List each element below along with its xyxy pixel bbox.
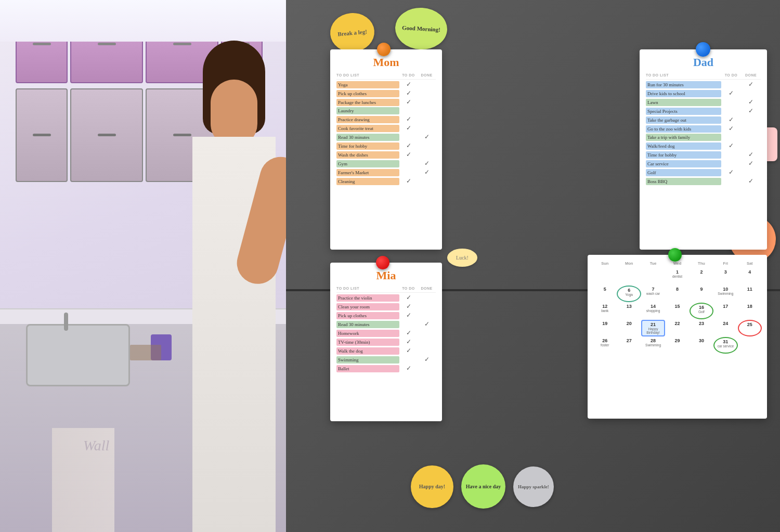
calendar-header-cell: Fri <box>713 260 737 267</box>
calendar-event: wash car <box>642 292 665 295</box>
mom-header-list: TO DO LIST <box>336 73 399 77</box>
mia-tasks-list: Practice the violin✓Clean your room✓Pick… <box>336 294 436 372</box>
task-label: Gym <box>336 160 399 167</box>
calendar-day-number: 7 <box>642 287 665 292</box>
calendar-day-cell: 29 <box>665 337 689 354</box>
task-label: Lawn <box>646 99 721 106</box>
calendar-day-cell: 6Yoga <box>617 286 641 302</box>
sticky-nice-day: Have a nice day <box>461 464 505 509</box>
task-row: Read 30 minutes✓ <box>336 133 436 141</box>
calendar-day-cell <box>641 268 665 285</box>
calendar-day-cell: 28Swimming <box>641 337 665 354</box>
task-label: Read 30 minutes <box>336 134 399 141</box>
calendar-day-cell: 4 <box>738 268 762 285</box>
magnet-orange-mom <box>377 43 391 56</box>
cabinet <box>70 88 143 182</box>
task-todo-check: ✓ <box>721 89 741 97</box>
calendar-day-number: 6 <box>618 288 639 293</box>
task-label: Pick up clothes <box>336 90 399 97</box>
task-row: Yoga✓ <box>336 81 436 88</box>
calendar-day-cell: 27 <box>617 337 641 354</box>
mom-header-done: DONE <box>418 73 436 77</box>
task-row: Cleaning✓ <box>336 177 436 185</box>
task-done-check: ✓ <box>741 98 761 106</box>
cabinet <box>16 88 68 182</box>
task-row: Ballet✓ <box>336 365 436 372</box>
calendar-day-cell: 18 <box>738 303 762 319</box>
task-todo-check: ✓ <box>399 347 418 355</box>
calendar-day-cell <box>593 268 617 285</box>
task-label: Time for hobby <box>646 151 721 159</box>
sticky-happy-sparkle: Happy sparkle! <box>513 466 554 507</box>
task-row: Special Projects✓ <box>646 107 761 115</box>
calendar-day-cell: 12bank <box>593 303 617 319</box>
bottom-stickies: Happy day! Have a nice day Happy sparkle… <box>411 464 554 509</box>
task-label: Homework <box>336 330 399 337</box>
task-label: Take the garbage out <box>646 116 721 124</box>
sink <box>26 324 130 386</box>
task-label: Clean your room <box>336 303 399 310</box>
person-figure <box>192 38 276 532</box>
mia-todo-card: Mia TO DO LIST TO DO DONE Practice the v… <box>330 263 442 421</box>
task-row: Laundry <box>336 107 436 114</box>
dad-card-title: Dad <box>646 56 761 69</box>
calendar-week-row: 56Yoga7wash car8910Swimming11 <box>593 286 762 302</box>
calendar-week-row: 12bank1314shopping1516Golf1718 <box>593 303 762 319</box>
task-row: Swimming✓ <box>336 356 436 364</box>
calendar-event: Swimming <box>642 343 665 347</box>
calendar-day-cell: 8 <box>665 286 689 302</box>
calendar-day-number: 25 <box>739 322 760 327</box>
task-row: Practice drawing✓ <box>336 115 436 123</box>
mom-todo-card: Mom TO DO LIST TO DO DONE Yoga✓Pick up c… <box>330 49 442 250</box>
task-done-check: ✓ <box>741 160 761 167</box>
calendar-day-cell <box>738 337 762 354</box>
calendar-day-number: 26 <box>593 338 616 343</box>
calendar-day-cell: 26foster <box>593 337 617 354</box>
task-row: Car service✓ <box>646 160 761 167</box>
task-row: Practice the violin✓ <box>336 294 436 302</box>
calendar-day-number: 31 <box>715 339 736 344</box>
calendar-day-cell: 30 <box>690 337 713 354</box>
calendar-day-cell: 13 <box>617 303 641 319</box>
calendar-day-number: 4 <box>738 269 761 275</box>
task-todo-check: ✓ <box>399 303 418 310</box>
cabinet-handle <box>173 43 191 45</box>
task-label: Swimming <box>336 356 399 364</box>
calendar-day-number: 28 <box>642 338 665 343</box>
refrigerator-body: Break a leg! Good Morning! ☺ Good Luck! … <box>286 0 780 532</box>
task-row: Time for hobby✓ <box>336 142 436 150</box>
calendar-header-cell: Thu <box>690 260 713 267</box>
task-label: Take a trip with family <box>646 134 721 141</box>
mom-header-todo: TO DO <box>399 73 418 77</box>
calendar-day-number: 20 <box>617 321 640 326</box>
task-label: Go to the zoo with kids <box>646 125 721 133</box>
task-label: Pick up clothes <box>336 312 399 319</box>
calendar-day-number: 16 <box>691 305 712 310</box>
task-label: Drive kids to school <box>646 90 721 97</box>
calendar-day-number: 18 <box>738 304 761 309</box>
cabinet-handle <box>98 134 116 136</box>
calendar-week-row: 26foster2728Swimming293031car service <box>593 337 762 354</box>
calendar-day-cell: 22 <box>665 320 689 336</box>
calendar-day-cell: 23 <box>690 320 713 336</box>
calendar-day-cell: 5 <box>593 286 617 302</box>
task-label: Time for hobby <box>336 142 399 150</box>
calendar-day-cell: 11 <box>738 286 762 302</box>
task-label: Wash the dishes <box>336 151 399 159</box>
magnet-red-mia <box>376 256 389 269</box>
task-todo-check: ✓ <box>399 81 418 88</box>
task-label: Special Projects <box>646 108 721 115</box>
sticky-happy-day: Happy day! <box>411 465 453 508</box>
task-row: Boss BBQ✓ <box>646 177 761 185</box>
calendar-day-number: 10 <box>714 287 737 292</box>
dad-todo-card: Dad TO DO LIST TO DO DONE Run for 30 min… <box>640 49 767 250</box>
task-row: Go to the zoo with kids✓ <box>646 125 761 133</box>
calendar-day-number: 17 <box>714 304 737 309</box>
task-row: Time for hobby✓ <box>646 151 761 159</box>
task-row: TV-time (30min)✓ <box>336 338 436 346</box>
task-label: Cook favorite treat <box>336 125 399 132</box>
task-label: Walk the dog <box>336 347 399 355</box>
task-label: Yoga <box>336 81 399 88</box>
mia-header-todo: TO DO <box>399 287 418 290</box>
task-todo-check: ✓ <box>399 329 418 337</box>
